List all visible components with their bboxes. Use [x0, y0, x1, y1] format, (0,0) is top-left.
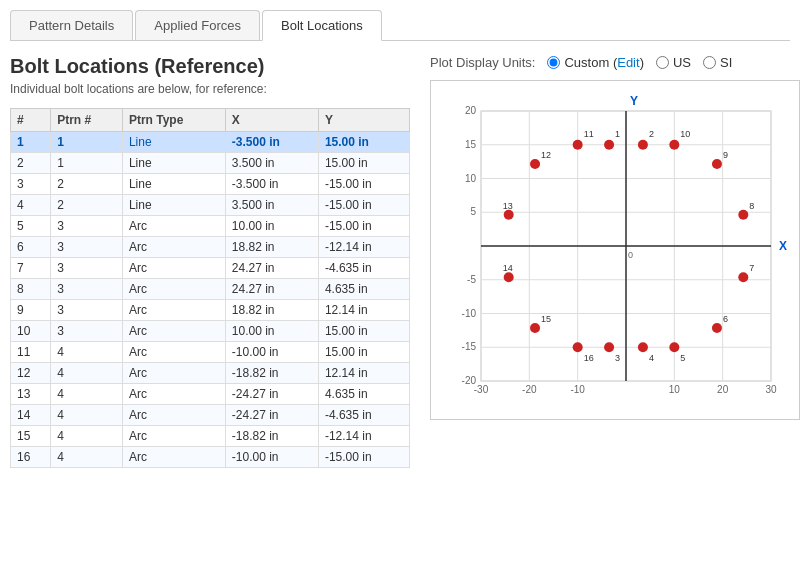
- svg-text:5: 5: [470, 206, 476, 217]
- table-header-row: # Ptrn # Ptrn Type X Y: [11, 109, 410, 132]
- cell-y: -15.00 in: [318, 447, 409, 468]
- table-row: 14 4 Arc -24.27 in -4.635 in: [11, 405, 410, 426]
- cell-ptrn: 2: [51, 195, 123, 216]
- cell-x: 3.500 in: [225, 195, 318, 216]
- cell-x: 24.27 in: [225, 279, 318, 300]
- radio-us[interactable]: US: [656, 55, 691, 70]
- svg-text:10: 10: [669, 384, 681, 395]
- col-header-y: Y: [318, 109, 409, 132]
- svg-point-60: [504, 210, 514, 220]
- table-row: 1 1 Line -3.500 in 15.00 in: [11, 132, 410, 153]
- cell-type: Arc: [122, 426, 225, 447]
- cell-ptrn: 1: [51, 153, 123, 174]
- cell-ptrn: 4: [51, 342, 123, 363]
- radio-us-input[interactable]: [656, 56, 669, 69]
- svg-text:20: 20: [717, 384, 729, 395]
- cell-y: -12.14 in: [318, 426, 409, 447]
- cell-x: -10.00 in: [225, 447, 318, 468]
- cell-y: -12.14 in: [318, 237, 409, 258]
- radio-custom[interactable]: Custom (Edit): [547, 55, 643, 70]
- cell-ptrn: 3: [51, 216, 123, 237]
- table-row: 3 2 Line -3.500 in -15.00 in: [11, 174, 410, 195]
- table-row: 2 1 Line 3.500 in 15.00 in: [11, 153, 410, 174]
- cell-ptrn: 4: [51, 405, 123, 426]
- cell-type: Arc: [122, 342, 225, 363]
- edit-link[interactable]: Edit: [617, 55, 639, 70]
- svg-text:-5: -5: [467, 274, 476, 285]
- svg-text:5: 5: [680, 353, 685, 363]
- tab-bar: Pattern Details Applied Forces Bolt Loca…: [10, 10, 790, 41]
- svg-point-50: [738, 210, 748, 220]
- radio-custom-input[interactable]: [547, 56, 560, 69]
- radio-si-input[interactable]: [703, 56, 716, 69]
- svg-text:14: 14: [503, 263, 513, 273]
- svg-text:4: 4: [649, 353, 654, 363]
- table-row: 4 2 Line 3.500 in -15.00 in: [11, 195, 410, 216]
- cell-id: 13: [11, 384, 51, 405]
- cell-x: -24.27 in: [225, 384, 318, 405]
- svg-text:13: 13: [503, 201, 513, 211]
- svg-text:16: 16: [584, 353, 594, 363]
- svg-text:9: 9: [723, 150, 728, 160]
- cell-ptrn: 1: [51, 132, 123, 153]
- chart-container: -30-20-10102030-20-15-10-55101520XY01234…: [430, 80, 800, 420]
- main-content: Bolt Locations (Reference) Individual bo…: [10, 55, 790, 468]
- table-row: 8 3 Arc 24.27 in 4.635 in: [11, 279, 410, 300]
- cell-ptrn: 4: [51, 426, 123, 447]
- page-subtitle: Individual bolt locations are below, for…: [10, 82, 410, 96]
- cell-id: 4: [11, 195, 51, 216]
- radio-us-label: US: [673, 55, 691, 70]
- table-row: 10 3 Arc 10.00 in 15.00 in: [11, 321, 410, 342]
- svg-point-56: [573, 140, 583, 150]
- plot-units-label: Plot Display Units:: [430, 55, 535, 70]
- tab-pattern-details[interactable]: Pattern Details: [10, 10, 133, 40]
- cell-id: 10: [11, 321, 51, 342]
- cell-type: Arc: [122, 237, 225, 258]
- svg-text:0: 0: [628, 250, 633, 260]
- cell-y: -4.635 in: [318, 258, 409, 279]
- cell-type: Arc: [122, 384, 225, 405]
- cell-y: -4.635 in: [318, 405, 409, 426]
- svg-text:10: 10: [680, 129, 690, 139]
- cell-ptrn: 4: [51, 363, 123, 384]
- cell-y: 15.00 in: [318, 342, 409, 363]
- cell-type: Arc: [122, 279, 225, 300]
- cell-x: -24.27 in: [225, 405, 318, 426]
- cell-x: -3.500 in: [225, 132, 318, 153]
- col-header-num: #: [11, 109, 51, 132]
- cell-id: 8: [11, 279, 51, 300]
- cell-y: -15.00 in: [318, 216, 409, 237]
- cell-type: Line: [122, 153, 225, 174]
- cell-type: Arc: [122, 216, 225, 237]
- cell-type: Arc: [122, 447, 225, 468]
- cell-ptrn: 3: [51, 300, 123, 321]
- cell-type: Arc: [122, 363, 225, 384]
- cell-x: 18.82 in: [225, 237, 318, 258]
- table-row: 12 4 Arc -18.82 in 12.14 in: [11, 363, 410, 384]
- svg-point-64: [530, 323, 540, 333]
- cell-x: -3.500 in: [225, 174, 318, 195]
- svg-point-46: [712, 323, 722, 333]
- svg-text:-10: -10: [462, 308, 477, 319]
- tab-applied-forces[interactable]: Applied Forces: [135, 10, 260, 40]
- cell-x: -18.82 in: [225, 363, 318, 384]
- table-row: 13 4 Arc -24.27 in 4.635 in: [11, 384, 410, 405]
- col-header-ptrn: Ptrn #: [51, 109, 123, 132]
- cell-x: 18.82 in: [225, 300, 318, 321]
- svg-text:-30: -30: [474, 384, 489, 395]
- table-row: 9 3 Arc 18.82 in 12.14 in: [11, 300, 410, 321]
- svg-text:X: X: [779, 239, 787, 253]
- cell-x: 3.500 in: [225, 153, 318, 174]
- radio-si[interactable]: SI: [703, 55, 732, 70]
- tab-bolt-locations[interactable]: Bolt Locations: [262, 10, 382, 41]
- svg-text:3: 3: [615, 353, 620, 363]
- cell-y: 15.00 in: [318, 153, 409, 174]
- bolt-chart-svg: -30-20-10102030-20-15-10-55101520XY01234…: [441, 91, 791, 411]
- svg-point-66: [573, 342, 583, 352]
- svg-text:6: 6: [723, 314, 728, 324]
- cell-y: 12.14 in: [318, 363, 409, 384]
- table-row: 16 4 Arc -10.00 in -15.00 in: [11, 447, 410, 468]
- cell-id: 1: [11, 132, 51, 153]
- cell-y: 15.00 in: [318, 132, 409, 153]
- cell-y: -15.00 in: [318, 195, 409, 216]
